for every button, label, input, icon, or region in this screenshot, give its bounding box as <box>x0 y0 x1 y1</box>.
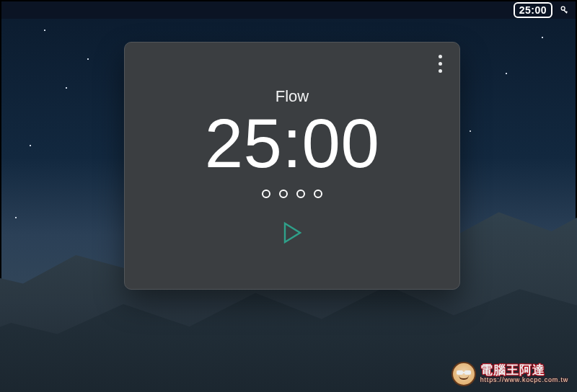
watermark-title: 電腦王阿達 <box>480 364 568 377</box>
start-button[interactable] <box>278 218 307 247</box>
source-watermark: 電腦王阿達 https://www.kocpc.com.tw <box>452 362 568 386</box>
more-vertical-icon <box>439 55 442 58</box>
pomodoro-timer-window: Flow 25:00 <box>124 42 460 290</box>
session-dot <box>262 190 270 198</box>
keychain-icon[interactable] <box>560 5 570 15</box>
session-progress-dots <box>262 190 322 198</box>
screenshot-frame: 25:00 Flow 25:00 電腦王 <box>0 0 577 392</box>
session-dot <box>314 190 322 198</box>
menubar-timer-badge[interactable]: 25:00 <box>514 2 552 18</box>
session-label: Flow <box>276 87 309 106</box>
more-options-button[interactable] <box>432 53 448 74</box>
play-icon <box>283 222 301 244</box>
watermark-avatar-icon <box>452 362 476 386</box>
session-dot <box>296 190 305 198</box>
session-dot <box>279 190 288 198</box>
timer-display: 25:00 <box>205 109 380 178</box>
menubar: 25:00 <box>1 1 576 19</box>
svg-marker-3 <box>285 223 300 242</box>
watermark-url: https://www.kocpc.com.tw <box>480 377 568 383</box>
